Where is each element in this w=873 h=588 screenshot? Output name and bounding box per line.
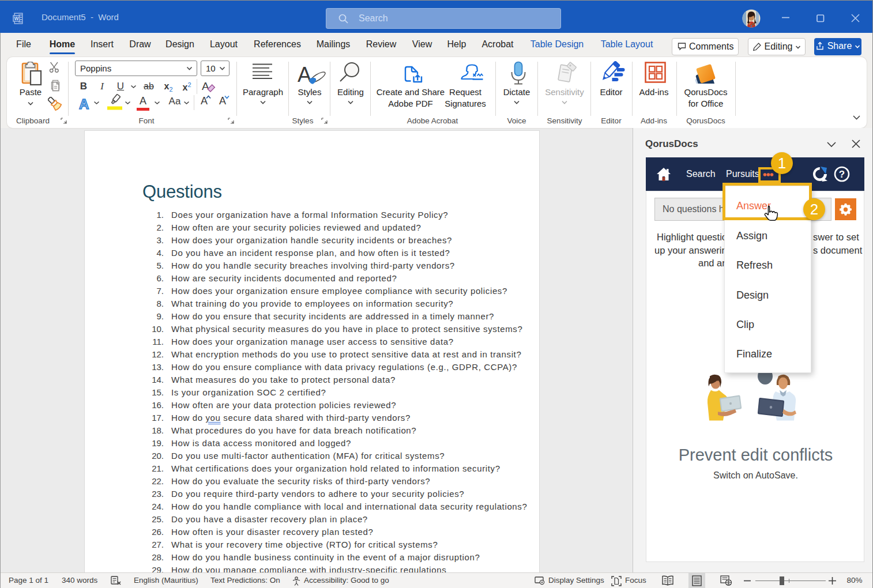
svg-text:W: W <box>14 16 19 21</box>
svg-text:?: ? <box>839 169 845 180</box>
svg-text:A: A <box>298 63 311 85</box>
svg-text:A: A <box>202 80 209 92</box>
svg-text:A: A <box>79 96 89 111</box>
